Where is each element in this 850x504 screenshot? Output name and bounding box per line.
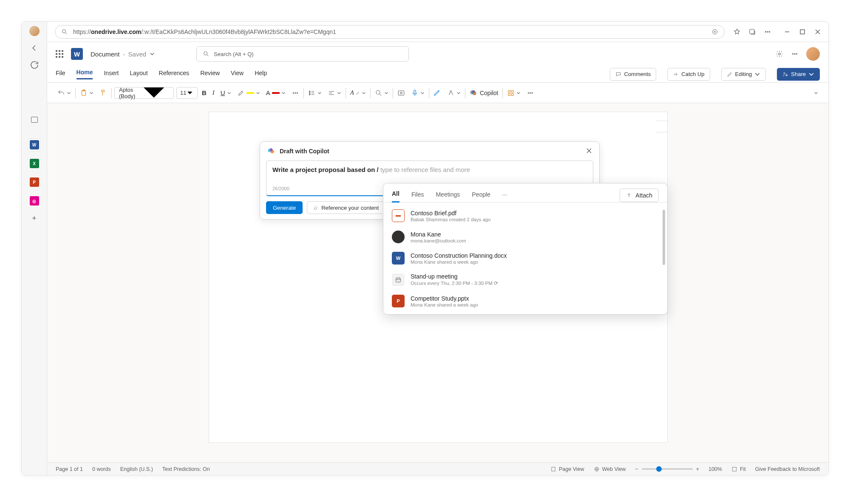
reference-item-title: Competitor Study.pptx (411, 295, 478, 302)
tiles-button[interactable] (505, 87, 522, 99)
font-name-select[interactable]: Aptos (Body) (114, 87, 174, 99)
scrollbar[interactable] (662, 206, 666, 311)
app-tab-excel[interactable]: X (28, 158, 40, 169)
address-bar[interactable]: https://onedrive.live.com/:w:/t/EaCKkPs6… (55, 25, 725, 39)
word-count[interactable]: 0 words (92, 466, 111, 472)
reference-tab-files[interactable]: Files (411, 189, 424, 202)
dictate-button[interactable] (409, 87, 426, 99)
svg-point-18 (295, 92, 296, 93)
user-avatar[interactable] (806, 47, 820, 61)
zoom-slider[interactable]: − + (635, 466, 699, 472)
reference-tab-all[interactable]: All (392, 188, 400, 203)
profile-avatar-small[interactable] (29, 26, 40, 36)
svg-point-2 (714, 31, 716, 32)
reference-item[interactable]: Stand-up meetingOccurs every Thu, 2:30 P… (383, 269, 667, 290)
svg-rect-32 (508, 93, 510, 96)
copilot-ribbon-button[interactable]: Copilot (468, 87, 500, 99)
document-title[interactable]: Document · Saved (91, 51, 155, 58)
reference-item[interactable]: P Competitor Study.pptxMona Kane shared … (383, 290, 667, 312)
close-button[interactable] (586, 147, 592, 155)
reference-item-title: Contoso Construction Planning.docx (411, 252, 507, 259)
catch-up-button[interactable]: Catch Up (667, 68, 710, 81)
attach-button[interactable]: Attach (620, 189, 659, 202)
tab-review[interactable]: Review (200, 70, 220, 79)
svg-point-19 (297, 92, 298, 93)
back-icon[interactable] (29, 43, 40, 53)
app-tab-other[interactable]: ◎ (28, 195, 40, 207)
new-tab-button[interactable]: + (30, 214, 39, 223)
language-indicator[interactable]: English (U.S.) (120, 466, 153, 472)
more-options-icon[interactable] (791, 50, 799, 58)
page-view-button[interactable]: Page View (550, 466, 584, 472)
copilot-prompt-text: Write a project proposal based on / type… (272, 166, 587, 173)
tab-file[interactable]: File (56, 70, 65, 79)
svg-rect-40 (396, 278, 401, 282)
copilot-panel-title: Draft with Copilot (280, 148, 329, 155)
reference-item-title: Contoso Brief.pdf (411, 210, 491, 217)
find-button[interactable] (373, 87, 390, 99)
tab-insert[interactable]: Insert (104, 70, 119, 79)
favorites-icon[interactable] (733, 28, 741, 36)
font-more-icon[interactable] (290, 87, 301, 99)
page-settings-icon[interactable] (711, 28, 718, 35)
bullets-button[interactable] (306, 87, 323, 99)
font-size-select[interactable]: 11 (176, 87, 198, 99)
text-predictions-indicator[interactable]: Text Predictions: On (162, 466, 210, 472)
tab-view[interactable]: View (231, 70, 244, 79)
app-tab-word[interactable]: W (28, 139, 40, 151)
font-color-button[interactable]: A (264, 87, 287, 99)
comments-button[interactable]: Comments (610, 68, 656, 81)
designer-button[interactable] (445, 87, 462, 99)
collections-icon[interactable] (748, 28, 756, 36)
app-tab-powerpoint[interactable]: P (28, 176, 40, 188)
ribbon-more-icon[interactable] (525, 87, 536, 99)
tab-references[interactable]: References (159, 70, 190, 79)
editor-button[interactable] (432, 87, 443, 99)
bold-button[interactable]: B (200, 87, 208, 99)
web-view-button[interactable]: Web View (594, 466, 626, 472)
refresh-icon[interactable] (29, 60, 40, 70)
highlight-button[interactable] (235, 87, 262, 99)
editing-mode-button[interactable]: Editing (721, 68, 766, 81)
styles-button[interactable]: A (348, 87, 368, 99)
window-maximize-icon[interactable] (799, 29, 805, 35)
undo-button[interactable] (56, 87, 73, 99)
feedback-link[interactable]: Give Feedback to Microsoft (755, 466, 820, 472)
zoom-out-icon[interactable]: − (635, 466, 638, 472)
align-button[interactable] (326, 87, 343, 99)
reference-item[interactable]: W Contoso Construction Planning.docxMona… (383, 248, 667, 269)
app-launcher-icon[interactable] (56, 50, 63, 58)
share-button[interactable]: Share (777, 68, 820, 81)
paste-button[interactable] (78, 87, 95, 99)
collapse-ribbon-button[interactable] (812, 87, 820, 99)
screenshot-button[interactable] (396, 87, 407, 99)
zoom-in-icon[interactable]: + (696, 466, 699, 472)
window-close-icon[interactable] (815, 29, 821, 35)
format-painter-button[interactable] (98, 87, 109, 99)
word-file-icon: W (392, 252, 405, 265)
zoom-level[interactable]: 100% (708, 466, 722, 472)
reference-tab-meetings[interactable]: Meetings (436, 189, 460, 202)
reference-content-button[interactable]: Reference your content (307, 201, 385, 214)
settings-icon[interactable] (776, 50, 783, 58)
more-icon[interactable] (764, 28, 771, 36)
italic-button[interactable]: I (211, 87, 216, 99)
page-indicator[interactable]: Page 1 of 1 (56, 466, 83, 472)
tab-help[interactable]: Help (255, 70, 267, 79)
tab-layout[interactable]: Layout (130, 70, 147, 79)
generate-button[interactable]: Generate (266, 201, 303, 214)
reference-tab-people[interactable]: People (472, 189, 490, 202)
window-minimize-icon[interactable] (784, 29, 790, 35)
reference-item[interactable]: Contoso Brief.pdfBabak Shammas created 2… (383, 205, 667, 226)
tab-home[interactable]: Home (76, 69, 93, 79)
search-input[interactable]: Search (Alt + Q) (196, 46, 409, 62)
document-canvas[interactable]: Draft with Copilot Write a project propo… (47, 103, 828, 475)
reference-item[interactable]: Mona Kanemona.kane@outlook.com (383, 226, 667, 248)
reference-tab-more-icon[interactable]: ··· (502, 189, 507, 202)
copilot-logo-icon (267, 147, 275, 155)
underline-button[interactable]: U (219, 87, 233, 99)
fit-button[interactable]: Fit (731, 466, 746, 472)
tab-strip-icon[interactable] (31, 117, 38, 123)
side-pane-tab[interactable] (656, 121, 668, 132)
svg-rect-43 (732, 467, 736, 471)
